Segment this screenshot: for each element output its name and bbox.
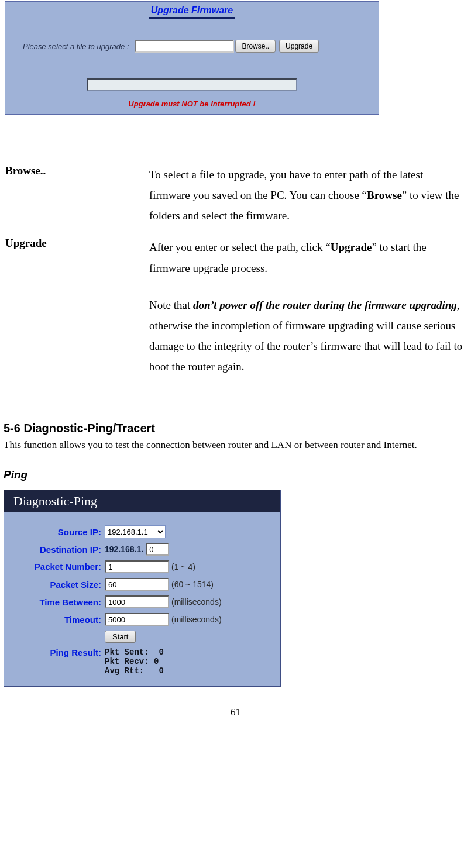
timeout-label: Timeout: bbox=[11, 615, 105, 625]
firmware-file-input[interactable] bbox=[135, 40, 234, 53]
packet-number-hint: (1 ~ 4) bbox=[171, 562, 195, 571]
upgrade-warning: Upgrade must NOT be interrupted ! bbox=[5, 99, 379, 114]
packet-size-label: Packet Size: bbox=[11, 580, 105, 590]
destination-ip-prefix: 192.168.1. bbox=[105, 545, 143, 554]
term-browse: Browse.. bbox=[5, 164, 147, 235]
time-between-hint: (milliseconds) bbox=[171, 597, 222, 607]
packet-number-input[interactable] bbox=[105, 560, 169, 573]
ping-result-sent: Pkt Sent: 0 bbox=[105, 647, 164, 657]
section-body: This function allows you to test the con… bbox=[4, 439, 467, 452]
time-between-label: Time Between: bbox=[11, 597, 105, 607]
packet-size-hint: (60 ~ 1514) bbox=[171, 580, 214, 589]
time-between-input[interactable] bbox=[105, 595, 169, 608]
packet-size-input[interactable] bbox=[105, 578, 169, 591]
ping-heading: Ping bbox=[4, 469, 467, 481]
timeout-hint: (milliseconds) bbox=[171, 615, 222, 624]
ping-result-recv: Pkt Recv: 0 bbox=[105, 657, 164, 666]
start-button[interactable]: Start bbox=[105, 631, 136, 643]
source-ip-select[interactable]: 192.168.1.1 bbox=[105, 525, 166, 538]
timeout-input[interactable] bbox=[105, 613, 169, 626]
diagnostic-ping-title: Diagnostic-Ping bbox=[4, 490, 280, 512]
diagnostic-ping-panel: Diagnostic-Ping Source IP: 192.168.1.1 D… bbox=[4, 490, 281, 687]
description-table: Browse.. To select a file to upgrade, yo… bbox=[4, 163, 467, 394]
term-upgrade: Upgrade bbox=[5, 236, 147, 287]
desc-upgrade: After you enter or select the path, clic… bbox=[149, 236, 466, 287]
destination-ip-input[interactable] bbox=[146, 543, 169, 556]
upgrade-note: Note that don’t power off the router dur… bbox=[149, 290, 466, 384]
ping-result-rtt: Avg Rtt: 0 bbox=[105, 666, 164, 676]
browse-button[interactable]: Browse.. bbox=[235, 40, 276, 53]
page-number: 61 bbox=[4, 707, 467, 718]
section-heading: 5-6 Diagnostic-Ping/Tracert bbox=[4, 422, 467, 435]
upgrade-firmware-panel: Upgrade Firmware Please select a file to… bbox=[5, 1, 379, 115]
upgrade-progress-bar bbox=[87, 78, 297, 91]
desc-browse: To select a file to upgrade, you have to… bbox=[149, 164, 466, 235]
destination-ip-label: Destination IP: bbox=[11, 545, 105, 554]
packet-number-label: Packet Number: bbox=[11, 562, 105, 572]
upgrade-button[interactable]: Upgrade bbox=[279, 40, 319, 53]
source-ip-label: Source IP: bbox=[11, 527, 105, 537]
upgrade-firmware-title: Upgrade Firmware bbox=[149, 5, 235, 19]
ping-result-label: Ping Result: bbox=[11, 647, 105, 657]
select-file-label: Please select a file to upgrade : bbox=[23, 42, 129, 51]
